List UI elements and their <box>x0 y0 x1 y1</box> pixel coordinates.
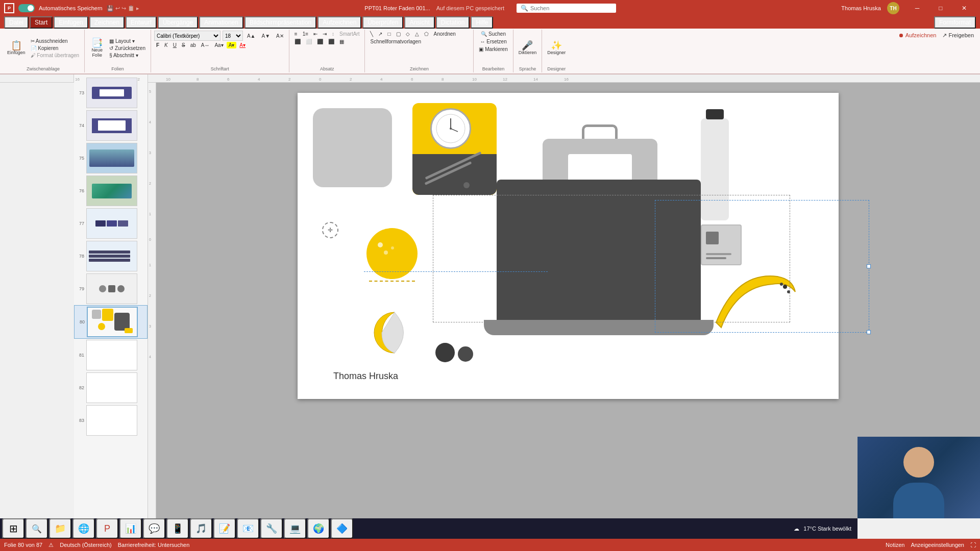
start-button[interactable]: ⊞ <box>2 518 24 539</box>
font-size-select[interactable]: 18 <box>223 31 243 41</box>
btn-columns[interactable]: ▦ <box>337 38 346 45</box>
menu-bildschirm[interactable]: Bildschirmpräsentation <box>244 16 316 29</box>
taskbar-app6[interactable]: 📝 <box>213 518 236 539</box>
dark-circle-2[interactable] <box>458 346 473 362</box>
btn-decrease-font[interactable]: A▼ <box>260 33 273 39</box>
ribbon-btn-designer[interactable]: ✨ Designer <box>545 40 568 56</box>
canvas-area[interactable]: ✛ Thomas Hruska <box>156 83 980 518</box>
taskbar-search[interactable]: 🔍 <box>26 518 48 539</box>
menu-aufzeichnen[interactable]: Aufzeichnen <box>317 16 361 29</box>
taskbar-app3[interactable]: 💬 <box>143 518 165 539</box>
btn-align-center[interactable]: ⬜ <box>304 38 314 45</box>
taskbar-app9[interactable]: 💻 <box>284 518 306 539</box>
btn-text-direction[interactable]: ↕ <box>330 31 336 37</box>
menu-einfuegen[interactable]: Einfügen <box>54 16 88 29</box>
taskbar-app2[interactable]: 📊 <box>119 518 142 539</box>
btn-numbering[interactable]: 1≡ <box>301 31 310 37</box>
btn-aufzeichnen[interactable]: ⏺ Aufzeichnen <box>896 32 938 39</box>
move-handle[interactable]: ✛ <box>322 222 338 238</box>
btn-suchen[interactable]: 🔍 Suchen <box>479 31 508 37</box>
dark-circle-1[interactable] <box>435 343 455 362</box>
btn-shape-arrow[interactable]: ↗ <box>376 31 384 37</box>
banana[interactable] <box>706 261 798 338</box>
slide-thumb-81[interactable]: 81 <box>74 339 148 371</box>
ribbon-btn-layout[interactable]: ▦ Layout ▾ <box>107 38 148 44</box>
taskbar-app10[interactable]: 🌍 <box>307 518 330 539</box>
menu-uebergaenge[interactable]: Übergänge <box>158 16 198 29</box>
btn-shape-triangle[interactable]: △ <box>413 31 421 37</box>
taskbar-app8[interactable]: 🔧 <box>260 518 283 539</box>
btn-align-left[interactable]: ⬛ <box>292 38 303 45</box>
search-input[interactable] <box>530 5 612 11</box>
autosave-toggle[interactable] <box>18 4 35 12</box>
btn-shape-rect[interactable]: □ <box>385 31 393 37</box>
btn-quick-styles[interactable]: Schnellformatvorlagen <box>368 38 423 45</box>
taskbar-app7[interactable]: 📧 <box>237 518 259 539</box>
btn-clear-format[interactable]: A✕ <box>274 33 286 39</box>
slide-thumb-76[interactable]: 76 <box>74 174 148 207</box>
btn-smartart[interactable]: SmartArt <box>337 31 361 37</box>
btn-shape-diamond[interactable]: ◇ <box>404 31 412 37</box>
menu-entwurf[interactable]: Entwurf <box>126 16 157 29</box>
btn-strikethrough[interactable]: S <box>180 42 187 48</box>
btn-charspacing[interactable]: A↔ <box>199 42 212 48</box>
slide-thumb-79[interactable]: 79 <box>74 272 148 305</box>
menu-hilfe[interactable]: Hilfe <box>471 16 493 29</box>
btn-underline[interactable]: U <box>171 42 179 48</box>
menu-animationen[interactable]: Animationen <box>199 16 243 29</box>
water-bottle[interactable] <box>701 118 729 220</box>
small-screen-device[interactable] <box>701 224 742 265</box>
gray-rounded-rect[interactable] <box>313 108 392 187</box>
laptop-screen[interactable] <box>497 180 701 322</box>
ribbon-btn-zuruecksetzen[interactable]: ↺ Zurücksetzen <box>107 45 148 52</box>
ribbon-btn-kopieren[interactable]: 📄 Kopieren <box>29 45 82 52</box>
display-settings-button[interactable]: Anzeigeeinstellungen <box>911 542 964 548</box>
menu-ansicht[interactable]: Ansicht <box>404 16 434 29</box>
btn-shadow[interactable]: ab <box>188 42 198 48</box>
taskbar-browser[interactable]: 🌐 <box>72 518 95 539</box>
btn-shape-round[interactable]: ▢ <box>394 31 403 37</box>
btn-indent-less[interactable]: ⇤ <box>311 31 320 37</box>
yellow-camera-box[interactable] <box>412 103 497 195</box>
ribbon-btn-abschnitt[interactable]: § Abschnitt ▾ <box>107 52 148 59</box>
btn-shape-pentagon[interactable]: ⬠ <box>422 31 431 37</box>
slide-thumb-75[interactable]: 75 <box>74 142 148 174</box>
menu-dictation[interactable]: Dictation <box>436 16 470 29</box>
taskbar-app11[interactable]: 🔷 <box>331 518 353 539</box>
slide-thumb-80[interactable]: 80 <box>74 305 148 339</box>
yellow-ball[interactable] <box>366 228 418 279</box>
btn-indent-more[interactable]: ⇥ <box>321 31 329 37</box>
btn-ersetzen[interactable]: ↔ Ersetzen <box>478 38 508 45</box>
btn-italic[interactable]: K <box>162 42 170 48</box>
maximize-button[interactable]: □ <box>929 0 952 16</box>
slide-thumb-83[interactable]: 83 <box>74 404 148 437</box>
ribbon-btn-einfuegen[interactable]: 📋 Einfügen <box>5 40 28 56</box>
btn-arrange[interactable]: Anordnen <box>432 31 458 37</box>
slide-thumb-77[interactable]: 77 <box>74 207 148 240</box>
btn-bold[interactable]: F <box>154 42 161 48</box>
taskbar-files[interactable]: 📁 <box>49 518 71 539</box>
crescent-shape[interactable] <box>372 307 418 358</box>
btn-bullets[interactable]: ≡ <box>292 31 300 37</box>
minimize-button[interactable]: ─ <box>905 0 929 16</box>
close-button[interactable]: ✕ <box>952 0 976 16</box>
taskbar-app5[interactable]: 🎵 <box>190 518 212 539</box>
taskbar-ppt[interactable]: P <box>96 518 118 539</box>
notes-button[interactable]: Notizen <box>886 542 904 548</box>
btn-font-color[interactable]: A▾ <box>237 42 248 48</box>
menu-formformat[interactable]: Formformat <box>934 16 976 29</box>
taskbar-app4[interactable]: 📱 <box>166 518 189 539</box>
btn-freigeben[interactable]: ↗ Freigeben <box>940 32 976 39</box>
ribbon-btn-ausschneiden[interactable]: ✂ Ausschneiden <box>29 38 82 44</box>
btn-highlight[interactable]: A▾ <box>227 42 237 48</box>
menu-ueberpruefen[interactable]: Überprüfen <box>362 16 403 29</box>
btn-increase-font[interactable]: A▲ <box>245 33 258 39</box>
search-box[interactable]: 🔍 <box>517 4 616 13</box>
menu-datei[interactable]: Datei <box>4 16 29 29</box>
menu-start[interactable]: Start <box>30 16 53 29</box>
slide-thumb-82[interactable]: 82 <box>74 371 148 404</box>
slide-thumb-78[interactable]: 78 <box>74 240 148 272</box>
font-select[interactable]: Calibri (Textkörper) <box>154 31 220 41</box>
btn-shape-line[interactable]: ╲ <box>368 31 375 37</box>
slide-thumb-74[interactable]: 74 <box>74 109 148 142</box>
